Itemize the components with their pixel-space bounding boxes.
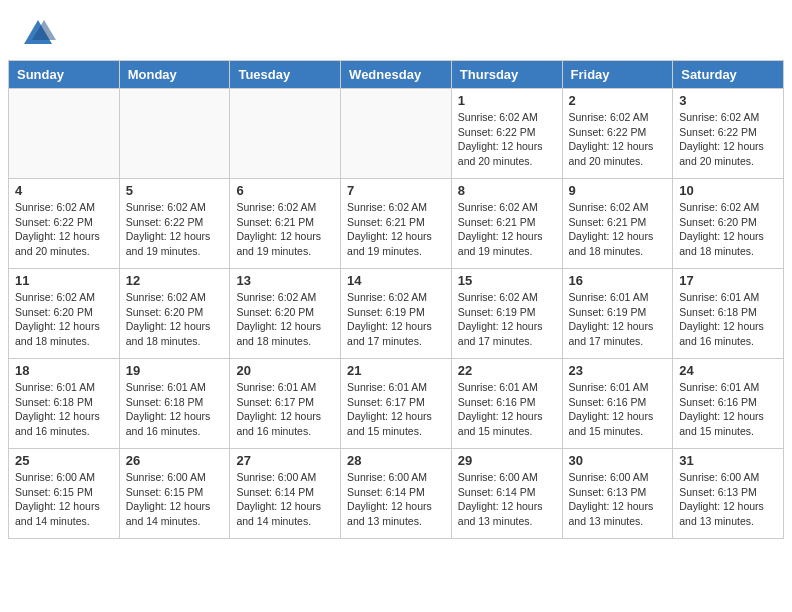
calendar-cell: 19Sunrise: 6:01 AM Sunset: 6:18 PM Dayli… (119, 359, 230, 449)
calendar-cell: 3Sunrise: 6:02 AM Sunset: 6:22 PM Daylig… (673, 89, 784, 179)
day-number: 25 (15, 453, 113, 468)
day-number: 21 (347, 363, 445, 378)
day-number: 9 (569, 183, 667, 198)
day-number: 6 (236, 183, 334, 198)
day-info: Sunrise: 6:02 AM Sunset: 6:22 PM Dayligh… (569, 110, 667, 169)
calendar-cell: 24Sunrise: 6:01 AM Sunset: 6:16 PM Dayli… (673, 359, 784, 449)
calendar-cell: 9Sunrise: 6:02 AM Sunset: 6:21 PM Daylig… (562, 179, 673, 269)
calendar-cell: 29Sunrise: 6:00 AM Sunset: 6:14 PM Dayli… (451, 449, 562, 539)
calendar-cell: 14Sunrise: 6:02 AM Sunset: 6:19 PM Dayli… (341, 269, 452, 359)
calendar-cell (9, 89, 120, 179)
day-number: 20 (236, 363, 334, 378)
calendar-cell: 10Sunrise: 6:02 AM Sunset: 6:20 PM Dayli… (673, 179, 784, 269)
calendar-cell: 13Sunrise: 6:02 AM Sunset: 6:20 PM Dayli… (230, 269, 341, 359)
page-header (0, 0, 792, 60)
calendar-cell: 8Sunrise: 6:02 AM Sunset: 6:21 PM Daylig… (451, 179, 562, 269)
day-number: 19 (126, 363, 224, 378)
calendar-cell: 27Sunrise: 6:00 AM Sunset: 6:14 PM Dayli… (230, 449, 341, 539)
day-number: 4 (15, 183, 113, 198)
weekday-header-wednesday: Wednesday (341, 61, 452, 89)
day-number: 2 (569, 93, 667, 108)
day-number: 12 (126, 273, 224, 288)
calendar-cell: 18Sunrise: 6:01 AM Sunset: 6:18 PM Dayli… (9, 359, 120, 449)
day-info: Sunrise: 6:02 AM Sunset: 6:19 PM Dayligh… (347, 290, 445, 349)
day-info: Sunrise: 6:01 AM Sunset: 6:18 PM Dayligh… (15, 380, 113, 439)
calendar-cell: 17Sunrise: 6:01 AM Sunset: 6:18 PM Dayli… (673, 269, 784, 359)
day-info: Sunrise: 6:00 AM Sunset: 6:13 PM Dayligh… (569, 470, 667, 529)
day-info: Sunrise: 6:01 AM Sunset: 6:17 PM Dayligh… (236, 380, 334, 439)
logo-icon (20, 16, 56, 52)
weekday-header-saturday: Saturday (673, 61, 784, 89)
calendar-cell: 16Sunrise: 6:01 AM Sunset: 6:19 PM Dayli… (562, 269, 673, 359)
calendar-week-row: 11Sunrise: 6:02 AM Sunset: 6:20 PM Dayli… (9, 269, 784, 359)
day-number: 15 (458, 273, 556, 288)
day-info: Sunrise: 6:00 AM Sunset: 6:13 PM Dayligh… (679, 470, 777, 529)
weekday-header-sunday: Sunday (9, 61, 120, 89)
calendar-cell: 26Sunrise: 6:00 AM Sunset: 6:15 PM Dayli… (119, 449, 230, 539)
day-number: 16 (569, 273, 667, 288)
calendar-week-row: 4Sunrise: 6:02 AM Sunset: 6:22 PM Daylig… (9, 179, 784, 269)
day-number: 24 (679, 363, 777, 378)
day-info: Sunrise: 6:02 AM Sunset: 6:22 PM Dayligh… (458, 110, 556, 169)
day-number: 22 (458, 363, 556, 378)
day-info: Sunrise: 6:02 AM Sunset: 6:20 PM Dayligh… (679, 200, 777, 259)
day-info: Sunrise: 6:02 AM Sunset: 6:20 PM Dayligh… (126, 290, 224, 349)
calendar-cell: 11Sunrise: 6:02 AM Sunset: 6:20 PM Dayli… (9, 269, 120, 359)
day-info: Sunrise: 6:01 AM Sunset: 6:17 PM Dayligh… (347, 380, 445, 439)
calendar-cell (230, 89, 341, 179)
day-info: Sunrise: 6:02 AM Sunset: 6:21 PM Dayligh… (236, 200, 334, 259)
day-info: Sunrise: 6:02 AM Sunset: 6:21 PM Dayligh… (347, 200, 445, 259)
calendar-cell: 1Sunrise: 6:02 AM Sunset: 6:22 PM Daylig… (451, 89, 562, 179)
day-number: 8 (458, 183, 556, 198)
calendar-cell: 25Sunrise: 6:00 AM Sunset: 6:15 PM Dayli… (9, 449, 120, 539)
day-info: Sunrise: 6:01 AM Sunset: 6:16 PM Dayligh… (458, 380, 556, 439)
calendar-cell: 30Sunrise: 6:00 AM Sunset: 6:13 PM Dayli… (562, 449, 673, 539)
calendar-cell: 6Sunrise: 6:02 AM Sunset: 6:21 PM Daylig… (230, 179, 341, 269)
day-info: Sunrise: 6:00 AM Sunset: 6:14 PM Dayligh… (347, 470, 445, 529)
calendar-table: SundayMondayTuesdayWednesdayThursdayFrid… (8, 60, 784, 539)
calendar-week-row: 1Sunrise: 6:02 AM Sunset: 6:22 PM Daylig… (9, 89, 784, 179)
day-number: 30 (569, 453, 667, 468)
weekday-header-monday: Monday (119, 61, 230, 89)
day-info: Sunrise: 6:02 AM Sunset: 6:22 PM Dayligh… (126, 200, 224, 259)
day-info: Sunrise: 6:01 AM Sunset: 6:16 PM Dayligh… (679, 380, 777, 439)
day-info: Sunrise: 6:02 AM Sunset: 6:20 PM Dayligh… (15, 290, 113, 349)
weekday-header-tuesday: Tuesday (230, 61, 341, 89)
day-info: Sunrise: 6:02 AM Sunset: 6:22 PM Dayligh… (15, 200, 113, 259)
day-number: 29 (458, 453, 556, 468)
calendar-cell: 28Sunrise: 6:00 AM Sunset: 6:14 PM Dayli… (341, 449, 452, 539)
day-info: Sunrise: 6:01 AM Sunset: 6:18 PM Dayligh… (679, 290, 777, 349)
day-number: 7 (347, 183, 445, 198)
day-info: Sunrise: 6:00 AM Sunset: 6:15 PM Dayligh… (15, 470, 113, 529)
calendar-cell: 31Sunrise: 6:00 AM Sunset: 6:13 PM Dayli… (673, 449, 784, 539)
weekday-header-row: SundayMondayTuesdayWednesdayThursdayFrid… (9, 61, 784, 89)
day-number: 28 (347, 453, 445, 468)
weekday-header-friday: Friday (562, 61, 673, 89)
day-number: 10 (679, 183, 777, 198)
day-number: 27 (236, 453, 334, 468)
day-number: 5 (126, 183, 224, 198)
day-number: 3 (679, 93, 777, 108)
calendar-cell: 21Sunrise: 6:01 AM Sunset: 6:17 PM Dayli… (341, 359, 452, 449)
day-number: 26 (126, 453, 224, 468)
day-info: Sunrise: 6:01 AM Sunset: 6:16 PM Dayligh… (569, 380, 667, 439)
calendar-cell: 20Sunrise: 6:01 AM Sunset: 6:17 PM Dayli… (230, 359, 341, 449)
day-number: 1 (458, 93, 556, 108)
calendar-cell: 4Sunrise: 6:02 AM Sunset: 6:22 PM Daylig… (9, 179, 120, 269)
calendar-cell (341, 89, 452, 179)
calendar-cell: 2Sunrise: 6:02 AM Sunset: 6:22 PM Daylig… (562, 89, 673, 179)
day-number: 11 (15, 273, 113, 288)
day-info: Sunrise: 6:01 AM Sunset: 6:18 PM Dayligh… (126, 380, 224, 439)
calendar-cell: 23Sunrise: 6:01 AM Sunset: 6:16 PM Dayli… (562, 359, 673, 449)
day-number: 14 (347, 273, 445, 288)
day-info: Sunrise: 6:02 AM Sunset: 6:19 PM Dayligh… (458, 290, 556, 349)
day-number: 13 (236, 273, 334, 288)
day-number: 31 (679, 453, 777, 468)
calendar-week-row: 18Sunrise: 6:01 AM Sunset: 6:18 PM Dayli… (9, 359, 784, 449)
day-info: Sunrise: 6:00 AM Sunset: 6:14 PM Dayligh… (236, 470, 334, 529)
calendar-cell: 5Sunrise: 6:02 AM Sunset: 6:22 PM Daylig… (119, 179, 230, 269)
day-info: Sunrise: 6:02 AM Sunset: 6:20 PM Dayligh… (236, 290, 334, 349)
day-info: Sunrise: 6:00 AM Sunset: 6:15 PM Dayligh… (126, 470, 224, 529)
calendar-cell: 12Sunrise: 6:02 AM Sunset: 6:20 PM Dayli… (119, 269, 230, 359)
day-number: 17 (679, 273, 777, 288)
